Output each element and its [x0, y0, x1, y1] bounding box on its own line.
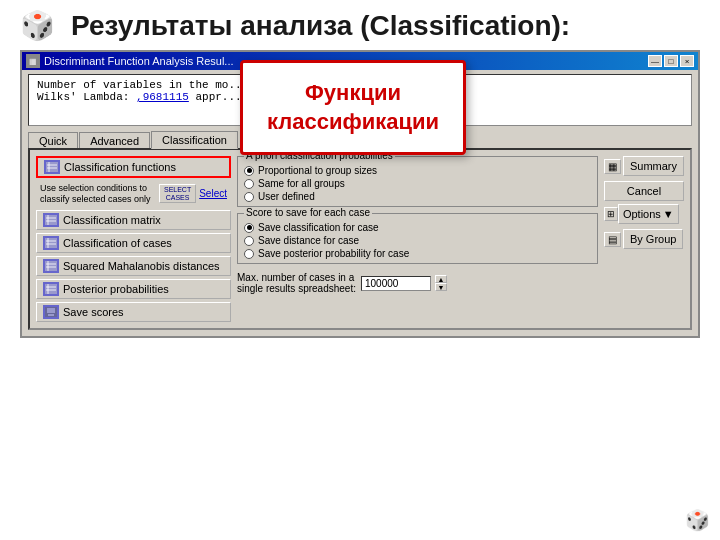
classification-functions-label: Classification functions	[64, 161, 176, 173]
apriori-option-1[interactable]: Same for all groups	[244, 178, 591, 189]
decoration-icon: 🎲	[685, 509, 710, 531]
svg-rect-12	[45, 261, 57, 271]
posterior-label: Posterior probabilities	[63, 283, 169, 295]
score-option-2[interactable]: Save posterior probability for case	[244, 248, 591, 259]
bottom-label-line1: Max. number of cases in a	[237, 272, 357, 283]
tab-classification[interactable]: Classification	[151, 131, 238, 149]
summary-icon: ▦	[604, 159, 621, 174]
radio-save-dist[interactable]	[244, 236, 254, 246]
dialog-icon: ▦	[26, 54, 40, 68]
select-cases-button[interactable]: SELECT CASES	[159, 184, 196, 203]
popup-line2: классификации	[267, 108, 439, 137]
classification-matrix-label: Classification matrix	[63, 214, 161, 226]
page-header: 🎲 Результаты анализа (Classification):	[0, 0, 720, 50]
options-button[interactable]: Options ▼	[618, 204, 679, 224]
radio-save-class[interactable]	[244, 223, 254, 233]
radio-user[interactable]	[244, 192, 254, 202]
close-button[interactable]: ×	[680, 55, 694, 67]
bygroup-icon: ▤	[604, 232, 621, 247]
classification-functions-icon	[44, 160, 60, 174]
maximize-button[interactable]: □	[664, 55, 678, 67]
svg-rect-8	[45, 238, 57, 248]
classification-matrix-button[interactable]: Classification matrix	[36, 210, 231, 230]
classification-matrix-icon	[43, 213, 59, 227]
score-label-0: Save classification for case	[258, 222, 379, 233]
classification-cases-icon	[43, 236, 59, 250]
mahalanobis-button[interactable]: Squared Mahalanobis distances	[36, 256, 231, 276]
select-description: Use selection conditions to classify sel…	[40, 183, 156, 205]
bottom-row: Max. number of cases in a single results…	[237, 272, 598, 294]
popup-line1: Функции	[267, 79, 439, 108]
apriori-option-2[interactable]: User defined	[244, 191, 591, 202]
mahalanobis-icon	[43, 259, 59, 273]
apriori-groupbox: A priori classification probabilities Pr…	[237, 156, 598, 207]
posterior-icon	[43, 282, 59, 296]
classification-cases-button[interactable]: Classification of cases	[36, 233, 231, 253]
radio-save-posterior[interactable]	[244, 249, 254, 259]
cancel-button[interactable]: Cancel	[604, 181, 684, 201]
dialog-winbtns: — □ ×	[648, 55, 694, 67]
save-scores-icon	[43, 305, 59, 319]
radio-proportional[interactable]	[244, 166, 254, 176]
select-row: Use selection conditions to classify sel…	[36, 181, 231, 207]
right-panel: A priori classification probabilities Pr…	[237, 156, 598, 322]
score-option-0[interactable]: Save classification for case	[244, 222, 591, 233]
apriori-label-1: Same for all groups	[258, 178, 345, 189]
spin-buttons: ▲ ▼	[435, 275, 447, 291]
bottom-decoration: 🎲	[685, 508, 710, 532]
score-title: Score to save for each case	[244, 207, 372, 218]
wilks-link[interactable]: ,9681115	[136, 91, 189, 103]
popup-box: Функции классификации	[240, 60, 466, 155]
apriori-option-0[interactable]: Proportional to group sizes	[244, 165, 591, 176]
options-label: Options	[623, 208, 661, 220]
score-label-2: Save posterior probability for case	[258, 248, 409, 259]
svg-rect-4	[45, 215, 57, 225]
score-groupbox: Score to save for each case Save classif…	[237, 213, 598, 264]
dialog-title: Discriminant Function Analysis Resul...	[44, 55, 234, 67]
right-sidebar: ▦ Summary Cancel ⊞ Options ▼ ▤ By Group	[604, 156, 684, 322]
max-cases-input[interactable]	[361, 276, 431, 291]
save-scores-button[interactable]: Save scores	[36, 302, 231, 322]
posterior-button[interactable]: Posterior probabilities	[36, 279, 231, 299]
svg-rect-21	[47, 308, 55, 313]
dice-icon: 🎲	[20, 12, 55, 40]
svg-rect-22	[48, 314, 54, 316]
page-title: Результаты анализа (Classification):	[71, 10, 570, 42]
spin-up-button[interactable]: ▲	[435, 275, 447, 283]
options-arrow-icon: ▼	[663, 208, 674, 220]
select-link[interactable]: Select	[199, 188, 227, 199]
save-scores-label: Save scores	[63, 306, 124, 318]
svg-rect-0	[46, 162, 58, 172]
minimize-button[interactable]: —	[648, 55, 662, 67]
bygroup-button[interactable]: By Group	[623, 229, 683, 249]
tab-quick[interactable]: Quick	[28, 132, 78, 149]
classification-functions-button[interactable]: Classification functions	[36, 156, 231, 178]
main-panel: Classification functions Use selection c…	[28, 148, 692, 330]
bottom-label-line2: single results spreadsheet:	[237, 283, 357, 294]
header-icons: 🎲	[20, 12, 55, 40]
select-cases-line2: CASES	[166, 194, 190, 202]
left-buttons: Classification functions Use selection c…	[36, 156, 231, 322]
radio-same[interactable]	[244, 179, 254, 189]
classification-cases-label: Classification of cases	[63, 237, 172, 249]
mahalanobis-label: Squared Mahalanobis distances	[63, 260, 220, 272]
svg-rect-16	[45, 284, 57, 294]
options-icon: ⊞	[604, 207, 618, 221]
spin-down-button[interactable]: ▼	[435, 283, 447, 291]
apriori-label-0: Proportional to group sizes	[258, 165, 377, 176]
score-option-1[interactable]: Save distance for case	[244, 235, 591, 246]
score-label-1: Save distance for case	[258, 235, 359, 246]
tab-advanced[interactable]: Advanced	[79, 132, 150, 149]
apriori-label-2: User defined	[258, 191, 315, 202]
select-cases-line1: SELECT	[164, 186, 191, 194]
summary-button[interactable]: Summary	[623, 156, 684, 176]
